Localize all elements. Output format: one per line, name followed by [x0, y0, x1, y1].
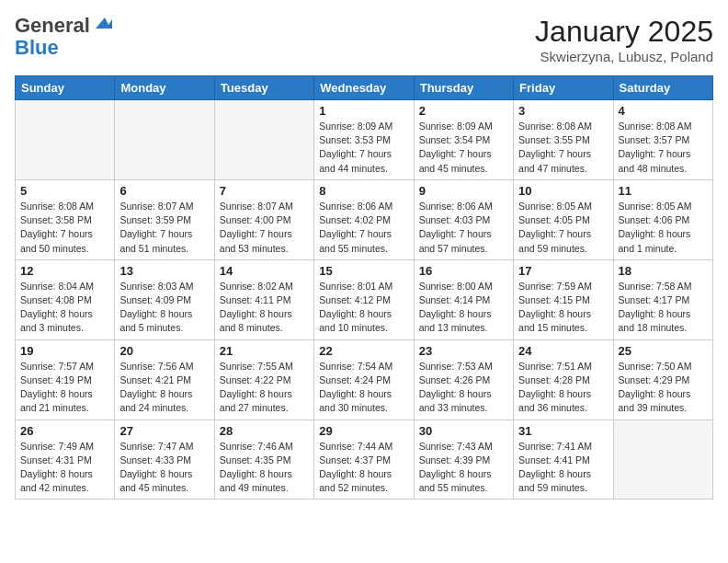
- day-info: Sunrise: 7:57 AMSunset: 4:19 PMDaylight:…: [20, 360, 109, 416]
- day-info: Sunrise: 7:56 AMSunset: 4:21 PMDaylight:…: [119, 360, 209, 416]
- day-info: Sunrise: 8:04 AMSunset: 4:08 PMDaylight:…: [20, 280, 109, 336]
- calendar-cell: 15Sunrise: 8:01 AMSunset: 4:12 PMDayligh…: [314, 259, 414, 339]
- day-header-monday: Monday: [115, 76, 214, 100]
- calendar-cell: 27Sunrise: 7:47 AMSunset: 4:33 PMDayligh…: [115, 419, 214, 500]
- calendar-week-row: 5Sunrise: 8:08 AMSunset: 3:58 PMDaylight…: [16, 179, 713, 259]
- day-number: 3: [518, 104, 608, 118]
- calendar-cell: 31Sunrise: 7:41 AMSunset: 4:41 PMDayligh…: [514, 419, 613, 500]
- day-number: 13: [119, 264, 209, 278]
- calendar-cell: 8Sunrise: 8:06 AMSunset: 4:02 PMDaylight…: [314, 179, 414, 259]
- calendar-cell: 29Sunrise: 7:44 AMSunset: 4:37 PMDayligh…: [314, 419, 414, 500]
- day-info: Sunrise: 7:47 AMSunset: 4:33 PMDaylight:…: [119, 440, 209, 496]
- calendar-cell: 3Sunrise: 8:08 AMSunset: 3:55 PMDaylight…: [514, 100, 613, 180]
- day-number: 11: [619, 184, 708, 198]
- day-number: 27: [119, 424, 209, 438]
- day-number: 5: [20, 184, 109, 198]
- day-header-wednesday: Wednesday: [314, 76, 414, 100]
- day-number: 30: [419, 424, 508, 438]
- day-info: Sunrise: 8:00 AMSunset: 4:14 PMDaylight:…: [419, 280, 508, 336]
- day-info: Sunrise: 8:06 AMSunset: 4:03 PMDaylight:…: [419, 200, 508, 256]
- day-number: 8: [319, 184, 408, 198]
- day-info: Sunrise: 8:03 AMSunset: 4:09 PMDaylight:…: [119, 280, 209, 336]
- day-number: 12: [20, 264, 109, 278]
- day-header-saturday: Saturday: [613, 76, 712, 100]
- calendar-cell: [115, 100, 214, 180]
- day-number: 23: [419, 344, 508, 358]
- calendar-cell: 12Sunrise: 8:04 AMSunset: 4:08 PMDayligh…: [16, 259, 115, 339]
- calendar-cell: [214, 100, 313, 180]
- day-info: Sunrise: 8:09 AMSunset: 3:54 PMDaylight:…: [419, 120, 508, 176]
- day-number: 16: [419, 264, 508, 278]
- calendar-cell: 7Sunrise: 8:07 AMSunset: 4:00 PMDaylight…: [214, 179, 313, 259]
- day-number: 20: [119, 344, 209, 358]
- calendar-cell: 2Sunrise: 8:09 AMSunset: 3:54 PMDaylight…: [414, 100, 513, 180]
- calendar-cell: [613, 419, 712, 500]
- day-number: 25: [619, 344, 708, 358]
- day-info: Sunrise: 8:08 AMSunset: 3:58 PMDaylight:…: [20, 200, 109, 256]
- day-info: Sunrise: 7:55 AMSunset: 4:22 PMDaylight:…: [220, 360, 309, 416]
- day-number: 31: [518, 424, 608, 438]
- calendar-cell: 14Sunrise: 8:02 AMSunset: 4:11 PMDayligh…: [214, 259, 313, 339]
- day-number: 7: [220, 184, 309, 198]
- calendar-cell: 26Sunrise: 7:49 AMSunset: 4:31 PMDayligh…: [16, 419, 115, 500]
- page-header: General Blue January 2025 Skwierzyna, Lu…: [15, 15, 713, 64]
- day-info: Sunrise: 7:51 AMSunset: 4:28 PMDaylight:…: [518, 360, 608, 416]
- day-info: Sunrise: 8:05 AMSunset: 4:05 PMDaylight:…: [518, 200, 608, 256]
- day-info: Sunrise: 7:44 AMSunset: 4:37 PMDaylight:…: [319, 440, 408, 496]
- calendar-cell: 16Sunrise: 8:00 AMSunset: 4:14 PMDayligh…: [414, 259, 513, 339]
- day-number: 6: [119, 184, 209, 198]
- day-number: 19: [20, 344, 109, 358]
- day-header-sunday: Sunday: [16, 76, 115, 100]
- day-info: Sunrise: 7:41 AMSunset: 4:41 PMDaylight:…: [518, 440, 608, 496]
- logo: General Blue: [15, 15, 112, 59]
- calendar-cell: 6Sunrise: 8:07 AMSunset: 3:59 PMDaylight…: [115, 179, 214, 259]
- calendar-cell: 1Sunrise: 8:09 AMSunset: 3:53 PMDaylight…: [314, 100, 414, 180]
- calendar-week-row: 12Sunrise: 8:04 AMSunset: 4:08 PMDayligh…: [16, 259, 713, 339]
- calendar-week-row: 1Sunrise: 8:09 AMSunset: 3:53 PMDaylight…: [16, 100, 713, 180]
- calendar-cell: 17Sunrise: 7:59 AMSunset: 4:15 PMDayligh…: [514, 259, 613, 339]
- day-number: 15: [319, 264, 408, 278]
- calendar-cell: 30Sunrise: 7:43 AMSunset: 4:39 PMDayligh…: [414, 419, 513, 500]
- logo-blue: Blue: [15, 37, 59, 59]
- logo-general: General: [15, 15, 90, 37]
- calendar-week-row: 26Sunrise: 7:49 AMSunset: 4:31 PMDayligh…: [16, 419, 713, 500]
- calendar-cell: 13Sunrise: 8:03 AMSunset: 4:09 PMDayligh…: [115, 259, 214, 339]
- day-info: Sunrise: 7:43 AMSunset: 4:39 PMDaylight:…: [419, 440, 508, 496]
- logo-bird-icon: [92, 16, 112, 32]
- day-header-tuesday: Tuesday: [214, 76, 313, 100]
- day-number: 14: [220, 264, 309, 278]
- svg-marker-0: [96, 17, 112, 29]
- day-info: Sunrise: 8:01 AMSunset: 4:12 PMDaylight:…: [319, 280, 408, 336]
- day-info: Sunrise: 8:02 AMSunset: 4:11 PMDaylight:…: [220, 280, 309, 336]
- calendar-cell: 25Sunrise: 7:50 AMSunset: 4:29 PMDayligh…: [613, 339, 712, 419]
- calendar-cell: 4Sunrise: 8:08 AMSunset: 3:57 PMDaylight…: [613, 100, 712, 180]
- day-number: 21: [220, 344, 309, 358]
- day-header-friday: Friday: [514, 76, 613, 100]
- day-info: Sunrise: 7:53 AMSunset: 4:26 PMDaylight:…: [419, 360, 508, 416]
- calendar-cell: [16, 100, 115, 180]
- calendar-cell: 9Sunrise: 8:06 AMSunset: 4:03 PMDaylight…: [414, 179, 513, 259]
- calendar-cell: 19Sunrise: 7:57 AMSunset: 4:19 PMDayligh…: [16, 339, 115, 419]
- calendar-subtitle: Skwierzyna, Lubusz, Poland: [535, 49, 713, 64]
- calendar-cell: 28Sunrise: 7:46 AMSunset: 4:35 PMDayligh…: [214, 419, 313, 500]
- day-number: 17: [518, 264, 608, 278]
- day-number: 2: [419, 104, 508, 118]
- day-info: Sunrise: 7:50 AMSunset: 4:29 PMDaylight:…: [619, 360, 708, 416]
- calendar-cell: 10Sunrise: 8:05 AMSunset: 4:05 PMDayligh…: [514, 179, 613, 259]
- calendar-cell: 20Sunrise: 7:56 AMSunset: 4:21 PMDayligh…: [115, 339, 214, 419]
- day-info: Sunrise: 8:05 AMSunset: 4:06 PMDaylight:…: [619, 200, 708, 256]
- calendar-header-row: SundayMondayTuesdayWednesdayThursdayFrid…: [16, 76, 713, 100]
- title-block: January 2025 Skwierzyna, Lubusz, Poland: [535, 15, 713, 64]
- calendar-table: SundayMondayTuesdayWednesdayThursdayFrid…: [15, 75, 713, 500]
- day-info: Sunrise: 7:54 AMSunset: 4:24 PMDaylight:…: [319, 360, 408, 416]
- day-info: Sunrise: 7:49 AMSunset: 4:31 PMDaylight:…: [20, 440, 109, 496]
- day-number: 9: [419, 184, 508, 198]
- day-number: 1: [319, 104, 408, 118]
- day-number: 26: [20, 424, 109, 438]
- calendar-cell: 18Sunrise: 7:58 AMSunset: 4:17 PMDayligh…: [613, 259, 712, 339]
- day-info: Sunrise: 8:08 AMSunset: 3:57 PMDaylight:…: [619, 120, 708, 176]
- day-number: 22: [319, 344, 408, 358]
- day-number: 18: [619, 264, 708, 278]
- calendar-cell: 11Sunrise: 8:05 AMSunset: 4:06 PMDayligh…: [613, 179, 712, 259]
- day-info: Sunrise: 8:07 AMSunset: 4:00 PMDaylight:…: [220, 200, 309, 256]
